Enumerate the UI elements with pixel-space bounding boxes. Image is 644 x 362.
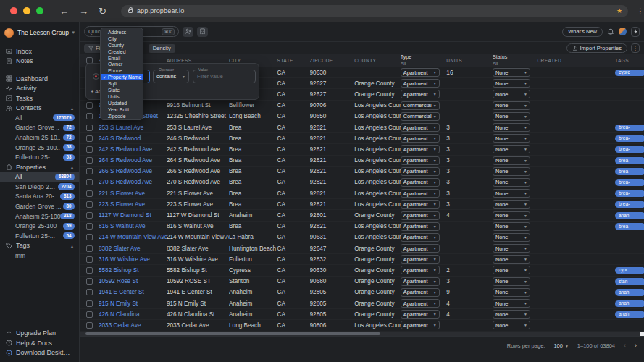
table-row[interactable]: 816 S Walnut Ave 816 S Walnut Ave Brea C… (80, 222, 644, 232)
property-name-link[interactable]: 223 S Flower Ave (99, 201, 167, 208)
sidebar-item-notes[interactable]: Notes (0, 56, 79, 67)
table-row[interactable]: 10592 Rose St 10592 ROSE ST Stanton CA 9… (80, 277, 644, 287)
row-checkbox[interactable] (80, 146, 99, 153)
tag-pill[interactable]: brea- (615, 146, 644, 153)
tag-pill[interactable]: brea- (615, 168, 644, 175)
scrollbar-thumb[interactable] (85, 332, 380, 335)
property-name-link[interactable]: 1941 E Center St (99, 289, 167, 295)
previous-page-button[interactable]: ‹ (624, 342, 626, 349)
type-select[interactable]: Apartment▼ (401, 222, 440, 231)
sidebar-subitem[interactable]: Fullerton 25-.. 53 (0, 152, 79, 162)
close-window-button[interactable] (10, 7, 17, 14)
tag-pill[interactable]: anah (615, 311, 644, 319)
row-checkbox[interactable] (80, 113, 99, 119)
type-select[interactable]: Apartment▼ (401, 244, 440, 253)
status-select[interactable]: None▼ (493, 244, 530, 253)
status-select[interactable]: None▼ (493, 288, 530, 297)
row-checkbox[interactable] (80, 125, 99, 131)
col-tags[interactable]: TAGS (615, 58, 644, 63)
col-units[interactable]: UNITS (445, 58, 493, 63)
table-row[interactable]: 12325 Cheshire Street 12325 Cheshire Str… (80, 111, 644, 122)
status-select[interactable]: None▼ (493, 222, 530, 231)
type-select[interactable]: Apartment▼ (401, 288, 440, 297)
row-checkbox[interactable] (80, 300, 99, 307)
tag-pill[interactable]: anah (615, 300, 644, 308)
type-select[interactable]: Apartment▼ (401, 90, 440, 98)
row-checkbox[interactable] (80, 179, 99, 185)
field-menu-item[interactable]: ✓ Email (101, 55, 143, 62)
type-select[interactable]: Apartment▼ (401, 233, 440, 242)
type-select[interactable]: Commercial▼ (401, 112, 440, 121)
property-name-link[interactable]: 253 S Laurel Ave (99, 125, 167, 131)
table-row[interactable]: 270 S Redwood Ave 270 S Redwood Ave Brea… (80, 177, 644, 188)
status-select[interactable]: None▼ (493, 156, 530, 165)
quick-actions-button[interactable] (631, 27, 640, 37)
property-name-link[interactable]: 221 S Flower Ave (99, 190, 167, 197)
field-menu-item[interactable]: ✓ Sqft (101, 80, 143, 87)
rows-per-page-select[interactable]: 100 ▼ (553, 342, 568, 349)
table-row[interactable]: 316 W Wilshire Ave 316 W Wilshire Ave Fu… (80, 254, 644, 265)
sidebar-item-tasks[interactable]: Tasks (0, 93, 79, 104)
address-bar[interactable]: app.propbear.io ★ (121, 5, 628, 17)
type-select[interactable]: Apartment▼ (401, 321, 440, 329)
table-row[interactable]: 264 S Redwood Ave 264 S Redwood Ave Brea… (80, 156, 644, 167)
status-select[interactable]: None▼ (493, 211, 530, 220)
property-name-link[interactable]: 214 W Mountain View Ave (99, 234, 167, 240)
col-status-filter[interactable]: Status All (493, 54, 538, 67)
table-row[interactable]: 246 S Redwood 246 S Redwood Brea CA 9282… (80, 133, 644, 144)
browser-menu-icon[interactable]: ⋮ (637, 7, 644, 15)
sidebar-subitem[interactable]: Garden Grove ... 80 (0, 201, 79, 211)
sidebar-subitem[interactable]: Fullerton 25-... 54 (0, 231, 79, 241)
table-row[interactable]: 223 S Flower Ave 223 S Flower Ave Brea C… (80, 199, 644, 210)
row-checkbox[interactable] (80, 157, 99, 164)
status-select[interactable]: None▼ (493, 233, 530, 242)
sidebar-subitem[interactable]: Orange 25-100.. 58 (0, 143, 79, 153)
row-checkbox[interactable] (80, 234, 99, 240)
table-row[interactable]: 2033 Cedar Ave 2033 Cedar Ave Long Beach… (80, 320, 644, 331)
tag-pill[interactable]: brea- (615, 201, 644, 209)
type-select[interactable]: Apartment▼ (401, 79, 440, 88)
field-menu-item[interactable]: ✓ Address (101, 29, 143, 35)
table-row[interactable]: 266 S Redwood Ave 266 S Redwood Ave Brea… (80, 167, 644, 177)
field-menu-item[interactable]: ✓ City (101, 35, 143, 42)
type-select[interactable]: Apartment▼ (401, 310, 440, 319)
field-menu-item[interactable]: ✓ Zipcode (101, 113, 143, 119)
type-select[interactable]: Apartment▼ (401, 299, 440, 308)
user-avatar[interactable] (619, 28, 627, 35)
workspace-selector[interactable]: The Leeson Group ▾ (0, 22, 79, 43)
forward-icon[interactable]: → (79, 7, 88, 16)
field-menu-item[interactable]: ✓ Year Built (101, 106, 143, 113)
back-icon[interactable]: ← (59, 7, 69, 16)
tag-pill[interactable]: anah (615, 212, 644, 219)
tag-pill[interactable]: cypr (615, 267, 644, 274)
table-row[interactable]: 915 N Emily St 915 N Emily St Anaheim CA… (80, 298, 644, 309)
sidebar-subitem[interactable]: Orange 25-100 59 (0, 221, 79, 231)
status-select[interactable]: None▼ (493, 321, 530, 329)
status-select[interactable]: None▼ (493, 266, 530, 274)
status-select[interactable]: None▼ (493, 112, 530, 121)
status-select[interactable]: None▼ (493, 101, 530, 110)
status-select[interactable]: None▼ (493, 310, 530, 319)
type-select[interactable]: Apartment▼ (401, 277, 440, 286)
col-created[interactable]: CREATED (537, 58, 615, 63)
status-select[interactable]: None▼ (493, 277, 530, 286)
reload-icon[interactable]: ↻ (99, 7, 106, 16)
sidebar-section-properties[interactable]: Properties ▴ (0, 162, 79, 172)
minimize-window-button[interactable] (23, 7, 30, 14)
status-select[interactable]: None▼ (493, 178, 530, 187)
status-select[interactable]: None▼ (493, 134, 530, 143)
field-menu-item[interactable]: ✓ Updated (101, 100, 143, 106)
help-docs-button[interactable]: Help & Docs (0, 338, 79, 348)
tag-pill[interactable]: brea- (615, 179, 644, 186)
status-select[interactable]: None▼ (493, 299, 530, 308)
row-checkbox[interactable] (80, 201, 99, 208)
table-row[interactable]: 221 S Flower Ave 221 S Flower Ave Brea C… (80, 188, 644, 199)
row-checkbox[interactable] (80, 289, 99, 295)
type-select[interactable]: Apartment▼ (401, 178, 440, 187)
row-checkbox[interactable] (80, 102, 99, 109)
property-name-link[interactable]: 5582 Bishop St (99, 267, 167, 274)
tag-pill[interactable]: brea- (615, 135, 644, 143)
field-menu-item[interactable]: ✓ Phone (101, 67, 143, 74)
row-checkbox[interactable] (80, 278, 99, 285)
col-county[interactable]: COUNTY (354, 58, 401, 63)
